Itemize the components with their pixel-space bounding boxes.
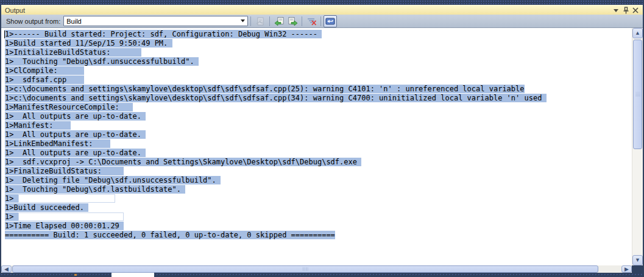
output-line[interactable]: 1> Touching "Debug\sdf.unsuccessfulbuild… [5,57,632,66]
toolbar-separator [302,16,302,26]
output-line[interactable]: 1>FinalizeBuildStatus: [5,167,632,176]
text-caret [4,30,5,38]
selected-text: 1> sdfsaf.cpp [5,75,84,84]
selected-text: 1>ClCompile: [5,66,84,75]
clear-all-icon[interactable] [305,15,318,27]
output-line[interactable]: ========== Build: 1 succeeded, 0 failed,… [5,231,632,240]
output-line[interactable]: 1>c:\documents and settings\skamylove\de… [5,85,632,94]
scrollbar-corner [632,265,643,273]
horizontal-scroll-track[interactable] [599,265,621,273]
output-line[interactable]: 1> [5,194,632,203]
selected-text: 1>LinkEmbedManifest: [5,139,110,148]
bottom-edge-notch [111,273,154,277]
output-panel: Output Show output from: [1,5,643,273]
previous-message-icon[interactable] [272,15,286,27]
selected-text: 1> Touching "Debug\sdf.unsuccessfulbuild… [5,57,199,66]
horizontal-scrollbar[interactable]: ◀ ▶ [1,265,632,273]
selected-text: 1> sdf.vcxproj -> C:\Documents and Setti… [5,158,361,166]
output-line[interactable]: 1>LinkEmbedManifest: [5,139,632,149]
output-line[interactable]: 1> All outputs are up-to-date. [5,112,632,121]
window-top-edge [0,0,644,5]
window-bottom-edge [0,273,644,277]
output-source-combobox[interactable]: Build [63,16,248,26]
output-line[interactable]: 1> Deleting file "Debug\sdf.unsuccessful… [5,176,632,185]
output-line[interactable]: 1>ClCompile: [5,66,632,75]
selected-text: 1> All outputs are up-to-date. [5,149,146,157]
output-line[interactable]: 1> [5,212,632,222]
output-line[interactable]: 1>Build succeeded. [5,203,632,212]
vertical-scroll-thumb[interactable] [633,40,642,149]
selected-text: 1>InitializeBuildStatus: [5,48,141,57]
selected-text: 1> All outputs are up-to-date. [5,112,146,121]
output-line[interactable]: 1>Build started 11/Sep/15 9:50:49 PM. [5,39,632,48]
toolbar-separator [269,16,270,26]
combobox-value: Build [64,18,238,25]
output-line[interactable]: 1> sdf.vcxproj -> C:\Documents and Setti… [5,158,632,167]
chevron-down-icon[interactable] [238,19,247,23]
scroll-up-icon[interactable]: ▲ [632,28,643,38]
vertical-scrollbar[interactable]: ▲ ▼ [632,28,643,265]
selected-text: 1> Deleting file "Debug\sdf.unsuccessful… [5,176,221,184]
scroll-right-icon[interactable]: ▶ [621,265,632,273]
selected-text: 1> All outputs are up-to-date. [5,130,146,139]
selected-text: 1> Touching "Debug\sdf.lastbuildstate". [5,185,185,194]
output-line[interactable]: 1>c:\documents and settings\skamylove\de… [5,94,632,103]
output-text-area[interactable]: 1>------ Build started: Project: sdf, Co… [1,28,632,265]
selected-text: ========== Build: 1 succeeded, 0 failed,… [5,231,335,239]
output-line[interactable]: 1> Touching "Debug\sdf.lastbuildstate". [5,185,632,194]
scroll-left-icon[interactable]: ◀ [1,265,12,273]
output-line[interactable]: 1> sdfsaf.cpp [5,75,632,85]
selection-ghost-box [18,194,115,203]
toggle-word-wrap-icon[interactable] [324,15,337,27]
scroll-down-icon[interactable]: ▼ [632,255,643,265]
output-line[interactable]: 1>Manifest: [5,121,632,130]
selected-text: 1>Build started 11/Sep/15 9:50:49 PM. [5,39,172,47]
selected-text: 1>Time Elapsed 00:00:01.29 [5,222,124,230]
next-message-icon[interactable] [286,15,299,27]
output-lines: 1>------ Build started: Project: sdf, Co… [5,30,632,240]
panel-title: Output [5,7,611,14]
selected-text: 1>ManifestResourceCompile: [5,103,133,111]
tool-window-titlebar[interactable]: Output [1,5,643,15]
horizontal-scroll-thumb[interactable] [12,265,598,273]
output-toolbar: Show output from: Build [1,15,643,28]
close-icon[interactable] [631,6,640,15]
output-line[interactable]: 1> All outputs are up-to-date. [5,149,632,158]
output-line[interactable]: 1>------ Build started: Project: sdf, Co… [5,30,632,39]
selected-text: 1>c:\documents and settings\skamylove\de… [5,94,547,102]
selected-text: 1>------ Build started: Project: sdf, Co… [5,30,322,38]
thumb-gripper [303,267,308,271]
output-line[interactable]: 1>ManifestResourceCompile: [5,103,632,112]
thumb-gripper [635,93,640,97]
selected-text: 1> [5,194,18,203]
window-position-menu-icon[interactable] [611,6,621,15]
output-line[interactable]: 1>Time Elapsed 00:00:01.29 [5,222,632,231]
status-dot [74,274,77,276]
output-line[interactable]: 1>InitializeBuildStatus: [5,48,632,57]
go-to-source-icon[interactable] [253,15,267,27]
selected-text: 1>Build succeeded. [5,203,88,212]
toolbar-separator [320,16,321,26]
vertical-scroll-track[interactable] [632,149,643,255]
selection-ghost-box [18,212,124,221]
selected-text: 1>c:\documents and settings\skamylove\de… [5,85,525,93]
selected-text: 1>Manifest: [5,121,71,130]
show-output-from-label: Show output from: [6,18,60,25]
selected-text: 1> [5,212,18,221]
output-tool-window: Output Show output from: [0,0,644,277]
output-line[interactable]: 1> All outputs are up-to-date. [5,130,632,139]
auto-hide-pin-icon[interactable] [621,6,631,15]
bottom-scroll-row: ◀ ▶ [1,265,643,273]
toolbar-separator [250,16,251,26]
selected-text: 1>FinalizeBuildStatus: [5,167,124,175]
output-content-row: 1>------ Build started: Project: sdf, Co… [1,28,643,265]
